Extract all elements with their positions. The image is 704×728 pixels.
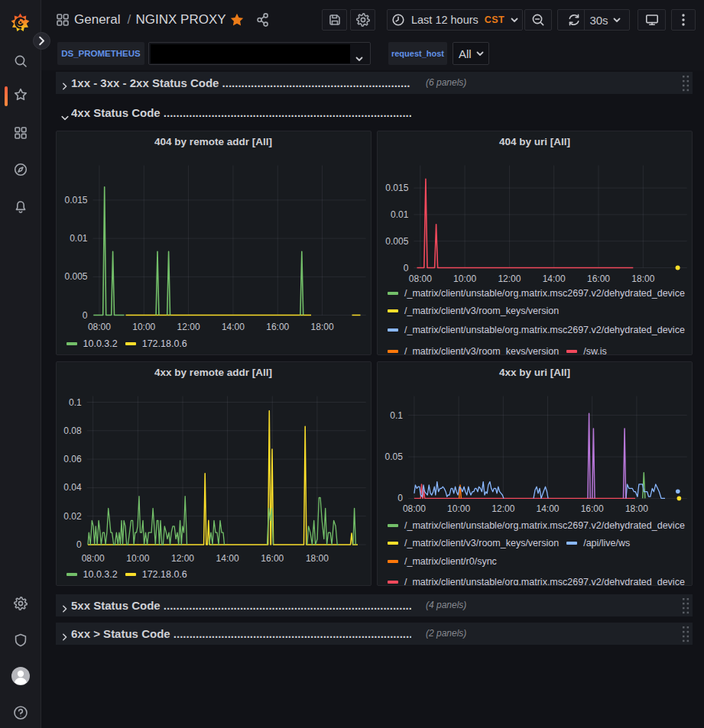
svg-text:16:00: 16:00 (587, 273, 610, 283)
svg-text:12:00: 12:00 (492, 503, 514, 514)
svg-text:0.1: 0.1 (69, 396, 82, 407)
svg-text:0.015: 0.015 (64, 194, 87, 205)
svg-text:0.06: 0.06 (63, 454, 82, 464)
svg-text:0: 0 (82, 309, 87, 320)
svg-text:18:00: 18:00 (305, 552, 328, 563)
svg-text:16:00: 16:00 (266, 321, 289, 332)
svg-text:0.08: 0.08 (63, 425, 82, 435)
svg-text:10:00: 10:00 (126, 552, 149, 563)
svg-text:16:00: 16:00 (261, 552, 284, 563)
svg-text:0.02: 0.02 (63, 510, 82, 521)
svg-text:14:00: 14:00 (543, 273, 566, 283)
svg-text:0: 0 (397, 493, 403, 503)
svg-text:0.1: 0.1 (390, 409, 403, 420)
svg-text:18:00: 18:00 (310, 321, 333, 332)
svg-text:0.005: 0.005 (64, 271, 87, 282)
svg-text:08:00: 08:00 (87, 321, 110, 332)
svg-text:14:00: 14:00 (536, 503, 559, 514)
svg-text:0.01: 0.01 (391, 209, 409, 219)
svg-text:10:00: 10:00 (453, 273, 476, 283)
svg-text:0: 0 (76, 539, 82, 550)
svg-text:0.05: 0.05 (385, 451, 404, 462)
svg-text:0.01: 0.01 (70, 233, 88, 244)
svg-text:12:00: 12:00 (177, 321, 200, 332)
svg-text:10:00: 10:00 (447, 503, 470, 514)
svg-text:0.005: 0.005 (385, 235, 408, 246)
svg-text:18:00: 18:00 (631, 273, 654, 283)
svg-text:14:00: 14:00 (216, 552, 238, 563)
svg-text:18:00: 18:00 (625, 503, 648, 514)
svg-text:0.015: 0.015 (385, 183, 408, 193)
svg-text:10:00: 10:00 (132, 321, 155, 332)
svg-text:08:00: 08:00 (403, 503, 426, 514)
svg-text:12:00: 12:00 (170, 552, 193, 563)
svg-text:0.04: 0.04 (63, 482, 82, 493)
svg-text:08:00: 08:00 (409, 273, 432, 283)
svg-text:14:00: 14:00 (221, 321, 244, 332)
svg-text:08:00: 08:00 (81, 552, 104, 563)
svg-text:0: 0 (404, 262, 409, 273)
svg-text:12:00: 12:00 (498, 273, 521, 283)
svg-text:16:00: 16:00 (581, 503, 604, 514)
